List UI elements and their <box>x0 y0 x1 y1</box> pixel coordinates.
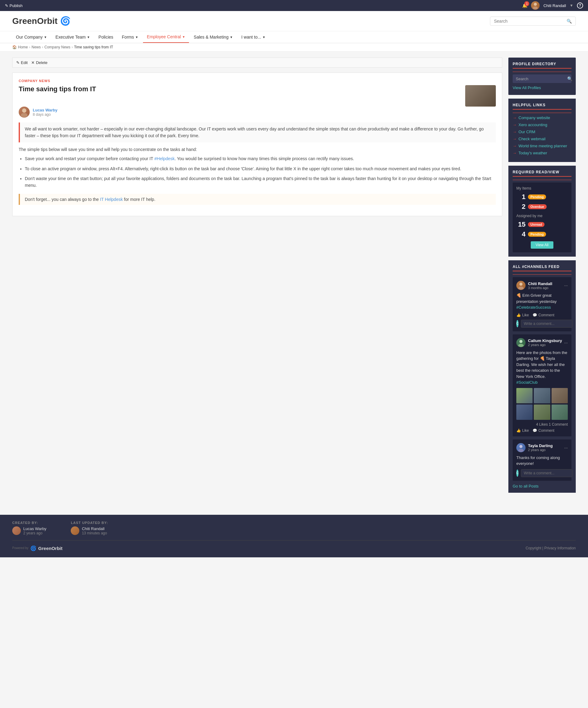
article-intro: The simple tips below will save you time… <box>19 146 496 189</box>
main-nav: Our Company ▼ Executive Team ▼ Policies … <box>0 31 588 43</box>
nav-item-sales-marketing[interactable]: Sales & Marketing ▼ <box>190 31 237 43</box>
nav-label-our-company: Our Company <box>16 35 42 39</box>
comment-button-0[interactable]: 💬 Comment <box>533 313 554 317</box>
notifications-button[interactable]: 🔔 1 <box>522 3 527 8</box>
svg-point-1 <box>533 6 538 9</box>
bullet-2: To close an active program or window, pr… <box>25 165 496 172</box>
section-divider <box>513 113 571 113</box>
nav-item-our-company[interactable]: Our Company ▼ <box>12 31 51 43</box>
view-all-button[interactable]: View All <box>531 241 553 249</box>
chevron-down-icon[interactable]: ▼ <box>570 3 573 8</box>
required-num-1: 2 <box>516 203 526 211</box>
profile-search-input[interactable] <box>516 77 567 81</box>
required-my-item-0: 1 Pending <box>516 193 568 201</box>
breadcrumb-company-news[interactable]: Company News <box>45 45 70 49</box>
badge-overdue-0: Overdue <box>528 204 547 209</box>
feed-more-icon-2[interactable]: ··· <box>564 445 568 450</box>
comment-field-2[interactable] <box>521 469 572 477</box>
it-helpdesk-link[interactable]: IT Helpdesk <box>100 197 122 202</box>
required-num-2: 15 <box>516 220 526 229</box>
footer-created-name: Lucas Warby <box>23 526 46 531</box>
copyright-link[interactable]: Copyright <box>526 546 541 550</box>
feed-tag-1[interactable]: #SocialClub <box>516 380 537 385</box>
arrow-icon: → <box>513 151 517 155</box>
comment-field-0[interactable] <box>521 320 572 328</box>
helpdesk-link-1[interactable]: #Helpdesk <box>154 156 175 161</box>
breadcrumb-home[interactable]: Home <box>18 45 28 49</box>
feed-user-info-2: Tayla Darling 2 years ago <box>528 443 553 452</box>
bullet-3: Don't waste your time on the start butto… <box>25 175 496 189</box>
feed-time-2: 2 years ago <box>528 448 553 452</box>
section-divider <box>513 180 571 180</box>
feed-user-0: Chiti Randall 3 months ago <box>516 281 552 290</box>
required-assigned-item-0: 15 Unread <box>516 220 568 229</box>
action-bar: ✎ Edit ✕ Delete <box>12 58 502 68</box>
helpful-link-label-1: Xero accounting <box>519 122 547 127</box>
article-header: Time saving tips from IT <box>19 85 496 107</box>
footer-created-label: CREATED BY: <box>12 521 46 525</box>
svg-point-6 <box>520 340 523 343</box>
header-search-input[interactable] <box>494 19 564 24</box>
help-button[interactable]: ? <box>577 2 583 8</box>
comment-icon: 💬 <box>533 429 537 433</box>
chevron-down-icon: ▼ <box>262 35 266 39</box>
comment-input-0: C <box>516 320 568 328</box>
edit-button[interactable]: ✎ Edit <box>16 60 28 65</box>
footer-updated-date: 13 minutes ago <box>82 531 107 535</box>
feed-more-icon-0[interactable]: ··· <box>564 283 568 288</box>
svg-point-7 <box>518 344 524 347</box>
nav-item-i-want-to[interactable]: I want to... ▼ <box>238 31 269 43</box>
logo[interactable]: GreenOrbit 🌀 <box>12 16 71 26</box>
like-button-0[interactable]: 👍 Like <box>516 313 529 317</box>
header-search-box[interactable]: 🔍 <box>490 17 576 26</box>
feed-post-header-2: Tayla Darling 2 years ago ··· <box>516 443 568 452</box>
publish-button[interactable]: ✎ Publish <box>5 3 23 8</box>
main-container: ✎ Edit ✕ Delete COMPANY NEWS Time saving… <box>0 52 588 509</box>
helpful-link-1[interactable]: → Xero accounting <box>513 122 571 127</box>
header-search-icon[interactable]: 🔍 <box>566 19 572 24</box>
nav-label-i-want-to: I want to... <box>241 35 261 39</box>
helpful-link-5[interactable]: → Today's weather <box>513 151 571 155</box>
feed-tag-0[interactable]: #CelebrateSuccess <box>516 305 551 309</box>
view-all-profiles-link[interactable]: View All Profiles <box>513 85 571 90</box>
avatar[interactable] <box>531 1 539 10</box>
nav-item-employee-central[interactable]: Employee Central ▼ <box>143 31 189 43</box>
feed-post-0: Chiti Randall 3 months ago ··· 🍕 Erin Gr… <box>513 277 571 331</box>
category-label: COMPANY NEWS <box>19 79 496 83</box>
required-num-0: 1 <box>516 193 526 201</box>
helpful-link-0[interactable]: → Company website <box>513 115 571 120</box>
nav-label-forms: Forms <box>122 35 134 39</box>
svg-point-8 <box>520 445 523 448</box>
helpful-link-4[interactable]: → World time meeting planner <box>513 144 571 148</box>
comment-button-1[interactable]: 💬 Comment <box>533 429 554 433</box>
helpful-link-label-4: World time meeting planner <box>519 144 567 148</box>
svg-point-4 <box>520 283 523 286</box>
delete-button[interactable]: ✕ Delete <box>31 60 48 65</box>
breadcrumb-news[interactable]: News <box>32 45 41 49</box>
content-area: ✎ Edit ✕ Delete COMPANY NEWS Time saving… <box>12 52 508 496</box>
comment-avatar-2: C <box>516 469 519 477</box>
arrow-icon: → <box>513 144 517 148</box>
nav-label-sales-marketing: Sales & Marketing <box>194 35 229 39</box>
profile-search-box[interactable]: 🔍 <box>513 75 571 83</box>
publish-label: Publish <box>9 3 23 8</box>
feed-time-1: 2 years ago <box>528 343 562 347</box>
go-to-all-posts-link[interactable]: Go to all Posts <box>513 484 571 489</box>
feed-time-0: 3 months ago <box>528 286 552 290</box>
helpful-link-2[interactable]: → Our CRM <box>513 129 571 134</box>
privacy-link[interactable]: Privacy Information <box>544 546 576 550</box>
required-section: REQUIRED READ/VIEW My Items 1 Pending 2 … <box>508 166 576 257</box>
like-button-1[interactable]: 👍 Like <box>516 429 529 433</box>
feed-content-1: Here are the photos from the gathering f… <box>516 350 568 386</box>
footer-updated-avatar <box>71 526 79 535</box>
nav-item-executive-team[interactable]: Executive Team ▼ <box>52 31 93 43</box>
feed-more-icon-1[interactable]: ··· <box>564 340 568 345</box>
nav-item-policies[interactable]: Policies <box>95 31 117 43</box>
profile-search-icon[interactable]: 🔍 <box>567 76 572 81</box>
author-name[interactable]: Lucas Warby <box>33 108 57 112</box>
helpful-link-3[interactable]: → Check webmail <box>513 137 571 141</box>
nav-item-forms[interactable]: Forms ▼ <box>118 31 142 43</box>
footer-logo-text: GreenOrbit <box>38 546 62 551</box>
powered-by-label: Powered by <box>12 546 28 550</box>
edit-icon: ✎ <box>16 60 20 65</box>
